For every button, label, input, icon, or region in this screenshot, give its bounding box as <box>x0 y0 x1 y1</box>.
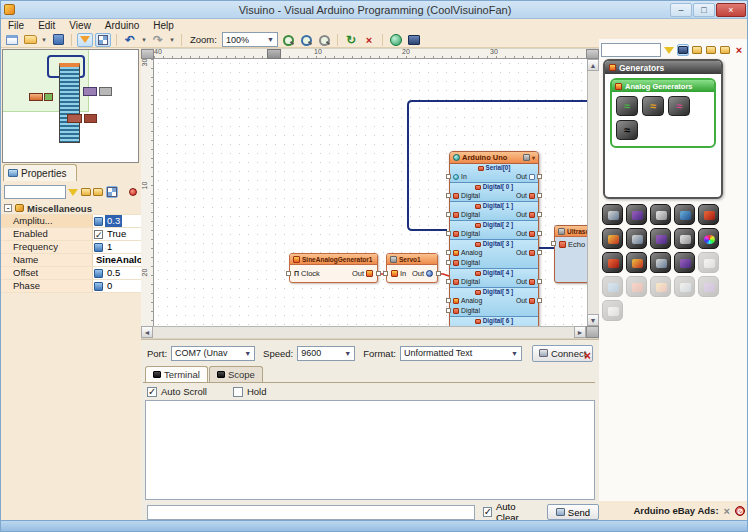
property-row[interactable]: Offset ✓ 0.5 <box>1 267 141 280</box>
toolbox-category-icon[interactable] <box>626 204 647 225</box>
analog-generator-icon[interactable]: ≈ <box>642 96 664 116</box>
property-row[interactable]: Frequency ✓ 1 <box>1 241 141 254</box>
generators-header[interactable]: Generators <box>605 61 721 74</box>
properties-group-row[interactable]: - Miscellaneous <box>1 202 141 215</box>
diagram-canvas[interactable]: SineAnalogGenerator1 Π Clock Out <box>154 59 587 326</box>
checkbox-checked-icon[interactable] <box>483 507 492 517</box>
out-pin-connector[interactable] <box>537 298 542 303</box>
block-ultrasonic[interactable]: Ultrasonic1 Echo <box>554 225 587 283</box>
out-pin-connector[interactable] <box>436 271 441 276</box>
echo-pin-connector[interactable] <box>551 241 556 246</box>
send-button[interactable]: Send <box>547 504 599 520</box>
expand-chip-icon[interactable] <box>94 269 103 278</box>
filter-toggle-button[interactable] <box>77 33 93 47</box>
toolbox-category-icon[interactable] <box>650 204 671 225</box>
toolbox-category-icon[interactable] <box>674 204 695 225</box>
analog-generator-icon[interactable]: ≈ <box>668 96 690 116</box>
toolbox-category-icon[interactable] <box>674 252 695 273</box>
minimize-button[interactable]: – <box>670 3 692 17</box>
open-project-button[interactable] <box>22 33 38 47</box>
collapse-icon[interactable]: - <box>4 204 12 212</box>
close-button[interactable]: × <box>716 3 746 17</box>
expand-all-button[interactable] <box>81 186 92 198</box>
grid-toggle-button[interactable] <box>95 33 111 47</box>
terminal-output[interactable] <box>145 400 595 500</box>
close-terminal-icon[interactable]: × <box>584 349 591 363</box>
menu-item[interactable]: Arduino <box>98 20 146 31</box>
toolbox-category-icon[interactable] <box>602 252 623 273</box>
ruler-marker[interactable] <box>267 49 281 59</box>
property-value-cell[interactable]: ✓ SineAnalogGener... <box>93 254 141 266</box>
vertical-scrollbar[interactable]: ▲ ▼ <box>587 59 599 326</box>
out-pin-connector[interactable] <box>537 193 542 198</box>
toolbox-category-icon[interactable] <box>698 228 719 249</box>
properties-filter-button[interactable] <box>68 186 79 198</box>
block-servo[interactable]: Servo1 In Out <box>386 253 438 283</box>
horizontal-scrollbar[interactable]: ◄ ► <box>141 326 586 338</box>
out-pin-connector[interactable] <box>537 212 542 217</box>
input-pin-connector[interactable] <box>446 231 451 236</box>
wrench-icon[interactable] <box>523 154 530 161</box>
out-pin-connector[interactable] <box>537 250 542 255</box>
property-value-cell[interactable]: ✓ True <box>93 228 141 240</box>
input-pin-connector[interactable] <box>446 174 451 179</box>
scroll-up-arrow[interactable]: ▲ <box>587 59 599 71</box>
analog-generator-icon[interactable]: ≈ <box>616 120 638 140</box>
zoom-reset-button[interactable] <box>316 33 332 47</box>
hold-checkbox[interactable]: Hold <box>233 386 267 397</box>
toolbox-category-icon[interactable] <box>626 276 647 297</box>
property-row[interactable]: Enabled ✓ True <box>1 228 141 241</box>
scroll-right-arrow[interactable]: ► <box>574 326 586 338</box>
upload-to-board-button[interactable] <box>406 33 422 47</box>
block-sine-analog-generator[interactable]: SineAnalogGenerator1 Π Clock Out <box>289 253 378 283</box>
categorized-view-button[interactable] <box>106 186 118 198</box>
toolbox-category-icon[interactable] <box>698 276 719 297</box>
out-pin-connector[interactable] <box>376 271 381 276</box>
block-header[interactable]: Servo1 <box>387 254 437 265</box>
web-help-button[interactable] <box>388 33 404 47</box>
out-pin-connector[interactable] <box>537 231 542 236</box>
refresh-button[interactable]: ↻ <box>343 33 359 47</box>
open-dropdown[interactable]: ▾ <box>40 33 48 47</box>
out-pin-connector[interactable] <box>537 279 542 284</box>
property-value[interactable]: True <box>105 228 128 240</box>
delete-button[interactable]: × <box>361 33 377 47</box>
property-value-cell[interactable]: ✓ 0.3 <box>93 215 141 227</box>
checkbox-icon[interactable] <box>233 387 243 397</box>
input-pin-connector[interactable] <box>446 193 451 198</box>
new-project-button[interactable] <box>4 33 20 47</box>
property-value-cell[interactable]: ✓ 0.5 <box>93 267 141 279</box>
collapse-all-button[interactable] <box>93 186 104 198</box>
property-row[interactable]: Phase ✓ 0 <box>1 280 141 293</box>
toolbox-category-icon[interactable] <box>674 228 695 249</box>
property-row[interactable]: Name ✓ SineAnalogGener... <box>1 254 141 267</box>
terminal-tab[interactable]: Terminal <box>145 366 208 382</box>
input-pin-connector[interactable] <box>446 212 451 217</box>
toolbox-filter-button[interactable] <box>663 44 675 56</box>
toolbox-collapse-button[interactable] <box>719 44 731 56</box>
toolbox-clear-button[interactable]: × <box>733 44 745 56</box>
checkbox-icon[interactable]: ✓ <box>94 230 103 239</box>
toolbox-category-icon[interactable] <box>650 228 671 249</box>
tools-x-icon[interactable]: × <box>724 505 730 517</box>
toolbox-category-icon[interactable] <box>698 204 719 225</box>
menu-item[interactable]: Help <box>146 20 181 31</box>
toolbox-category-icon[interactable] <box>650 276 671 297</box>
clock-pin-connector[interactable] <box>286 271 291 276</box>
property-value[interactable]: SineAnalogGener... <box>94 254 141 266</box>
auto-scroll-checkbox[interactable]: Auto Scroll <box>147 386 207 397</box>
property-value[interactable]: 0 <box>105 280 114 292</box>
format-combobox[interactable]: Unformatted Text ▼ <box>400 346 522 361</box>
maximize-button[interactable]: □ <box>693 3 715 17</box>
toolbox-expand-button[interactable] <box>705 44 717 56</box>
ruler-corner-button[interactable] <box>586 49 599 59</box>
property-value[interactable]: 0.5 <box>105 267 122 279</box>
scroll-left-arrow[interactable]: ◄ <box>141 326 153 338</box>
tab-properties[interactable]: Properties <box>3 164 77 181</box>
expand-chip-icon[interactable] <box>94 217 103 226</box>
toolbox-category-icon[interactable] <box>602 276 623 297</box>
undo-button[interactable]: ↶ <box>122 33 138 47</box>
analog-generator-icon[interactable]: ≈ <box>616 96 638 116</box>
undo-dropdown[interactable]: ▾ <box>140 33 148 47</box>
toolbox-category-icon[interactable] <box>674 276 695 297</box>
